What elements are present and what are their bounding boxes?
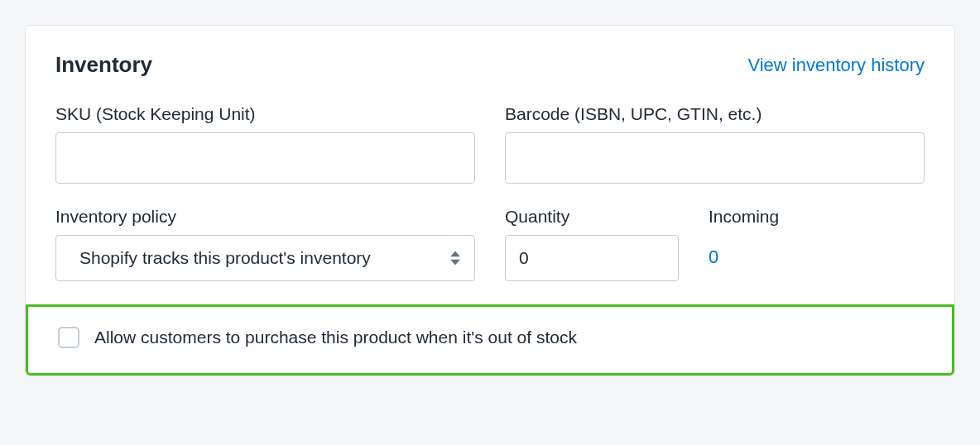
barcode-field: Barcode (ISBN, UPC, GTIN, etc.): [505, 104, 925, 184]
sku-field: SKU (Stock Keeping Unit): [55, 104, 475, 184]
barcode-label: Barcode (ISBN, UPC, GTIN, etc.): [505, 104, 925, 124]
inventory-card: Inventory View inventory history SKU (St…: [25, 25, 955, 376]
row-sku-barcode: SKU (Stock Keeping Unit) Barcode (ISBN, …: [55, 104, 925, 184]
sku-label: SKU (Stock Keeping Unit): [55, 104, 475, 124]
barcode-input[interactable]: [505, 132, 925, 184]
inventory-policy-label: Inventory policy: [55, 207, 475, 227]
quantity-field: Quantity: [505, 207, 679, 281]
allow-oversell-label[interactable]: Allow customers to purchase this product…: [94, 328, 577, 347]
inventory-policy-field: Inventory policy Shopify tracks this pro…: [55, 207, 475, 281]
incoming-field: Incoming 0: [709, 207, 874, 281]
incoming-label: Incoming: [709, 207, 874, 227]
inventory-policy-select-wrapper: Shopify tracks this product's inventory: [55, 235, 475, 281]
card-title: Inventory: [55, 52, 152, 78]
quantity-label: Quantity: [505, 207, 679, 227]
incoming-link[interactable]: 0: [709, 235, 874, 268]
inventory-policy-select[interactable]: Shopify tracks this product's inventory: [55, 235, 475, 281]
row-policy-qty-incoming: Inventory policy Shopify tracks this pro…: [55, 207, 925, 281]
card-header: Inventory View inventory history: [55, 52, 925, 78]
allow-oversell-row: Allow customers to purchase this product…: [58, 327, 922, 348]
allow-oversell-checkbox[interactable]: [58, 327, 79, 348]
view-inventory-history-link[interactable]: View inventory history: [747, 55, 925, 76]
quantity-input[interactable]: [505, 235, 679, 281]
allow-oversell-highlight: Allow customers to purchase this product…: [26, 304, 954, 376]
sku-input[interactable]: [55, 132, 475, 184]
